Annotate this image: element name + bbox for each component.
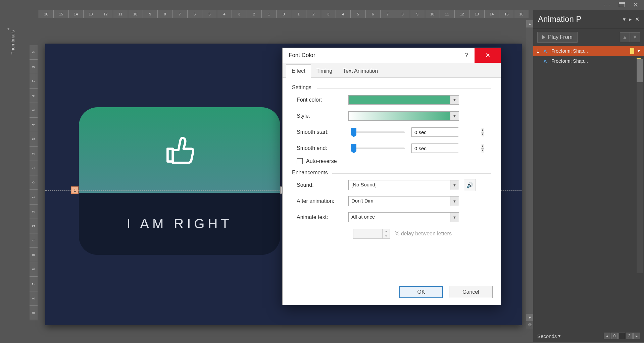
ruler-tick: 13 xyxy=(469,10,484,18)
play-from-button[interactable]: Play From xyxy=(537,32,578,43)
ruler-tick: 9 xyxy=(30,45,38,60)
editor-vertical-scrollbar[interactable]: ▲ ▼ ⯐ xyxy=(526,20,534,329)
play-icon xyxy=(542,35,545,39)
chevron-down-icon[interactable]: ▼ xyxy=(450,180,459,190)
delay-spinner: ▲▼ xyxy=(353,229,390,239)
smooth-end-spinner[interactable]: ▲▼ xyxy=(411,144,458,153)
sound-value: [No Sound] xyxy=(349,180,450,190)
font-color-combo[interactable]: ▼ xyxy=(348,95,459,105)
scroll-up-icon[interactable]: ▲ xyxy=(526,20,534,27)
scroll-split-icon[interactable]: ⯐ xyxy=(526,321,534,329)
smooth-start-label: Smooth start: xyxy=(292,129,348,135)
ruler-tick: 16 xyxy=(39,10,53,18)
style-gradient-swatch xyxy=(349,112,450,120)
timeline-value-0: 0 xyxy=(611,333,618,339)
ribbon-options-icon[interactable]: ··· xyxy=(604,1,611,8)
chevron-down-icon[interactable]: ▼ xyxy=(637,49,641,53)
spin-up-icon[interactable]: ▲ xyxy=(481,128,484,132)
pane-close-icon[interactable]: ✕ xyxy=(635,16,639,22)
ruler-tick: 9 xyxy=(410,10,425,18)
animation-list-item[interactable]: Freeform: Shap... xyxy=(533,56,644,66)
close-window-icon[interactable]: ✕ xyxy=(633,1,639,9)
ruler-tick: 12 xyxy=(98,10,113,18)
smooth-end-label: Smooth end: xyxy=(292,145,348,151)
anim-item-label: Freeform: Shap... xyxy=(551,58,634,64)
spin-down-icon[interactable]: ▼ xyxy=(481,132,484,137)
sound-label: Sound: xyxy=(292,182,348,188)
style-combo[interactable]: ▼ xyxy=(348,111,459,121)
cancel-button[interactable]: Cancel xyxy=(449,286,493,298)
animation-pane: Animation P ▾ ▸ ✕ Play From ▲ ▼ 1Freefor… xyxy=(533,10,644,342)
ruler-tick: 14 xyxy=(484,10,499,18)
ruler-tick: 5 xyxy=(350,10,365,18)
smooth-start-spinner[interactable]: ▲▼ xyxy=(411,127,458,137)
tab-effect[interactable]: Effect xyxy=(286,64,311,78)
move-up-button[interactable]: ▲ xyxy=(620,32,630,42)
timeline-next-button[interactable]: ▸ xyxy=(633,333,640,339)
pane-options-icon[interactable]: ▾ xyxy=(623,16,626,22)
ribbon-display-icon[interactable] xyxy=(619,2,625,7)
timeline-prev-button[interactable]: ◂ xyxy=(604,333,610,339)
tab-text-animation[interactable]: Text Animation xyxy=(338,65,383,77)
smooth-start-slider[interactable] xyxy=(351,131,405,133)
dialog-help-button[interactable]: ? xyxy=(458,48,475,63)
animate-text-value: All at once xyxy=(349,213,450,222)
chevron-down-icon[interactable]: ▼ xyxy=(450,112,459,120)
tab-timing[interactable]: Timing xyxy=(311,65,338,77)
ruler-tick: 7 xyxy=(30,277,38,291)
ruler-tick: 8 xyxy=(395,10,410,18)
smooth-start-input[interactable] xyxy=(412,128,481,136)
ruler-tick: 6 xyxy=(187,10,202,18)
animation-tag-left[interactable]: 1 xyxy=(71,186,79,194)
spin-up-icon[interactable]: ▲ xyxy=(481,144,484,149)
ruler-tick: 8 xyxy=(30,60,38,74)
sound-preview-button[interactable]: 🔊 xyxy=(464,179,476,191)
animation-list-item[interactable]: 1Freeform: Shap...▼ xyxy=(533,46,644,56)
ok-button[interactable]: OK xyxy=(399,286,443,298)
move-down-button[interactable]: ▼ xyxy=(630,32,640,42)
enhancements-group-label: Enhancements xyxy=(292,169,491,177)
chevron-down-icon[interactable]: ▼ xyxy=(450,196,459,206)
ruler-tick: 5 xyxy=(202,10,217,18)
ruler-tick: 0 xyxy=(30,175,38,190)
ruler-tick: 9 xyxy=(143,10,157,18)
timeline-seconds-label[interactable]: Seconds▾ xyxy=(537,333,561,339)
ruler-tick: 6 xyxy=(365,10,380,18)
font-color-swatch xyxy=(349,96,450,104)
ruler-tick: 9 xyxy=(30,306,38,320)
ruler-tick: 0 xyxy=(276,10,291,18)
after-animation-value: Don't Dim xyxy=(349,196,450,206)
thumbnails-sidebar[interactable]: ▸ Thumbnails xyxy=(0,10,17,342)
spin-down-icon: ▼ xyxy=(383,234,390,239)
chevron-down-icon[interactable]: ▼ xyxy=(450,96,459,104)
ruler-tick: 12 xyxy=(454,10,469,18)
sound-combo[interactable]: [No Sound] ▼ xyxy=(348,180,459,190)
scroll-down-icon[interactable]: ▼ xyxy=(526,314,534,321)
ruler-tick: 1 xyxy=(261,10,276,18)
ruler-tick: 6 xyxy=(30,89,38,103)
auto-reverse-checkbox[interactable] xyxy=(297,158,303,164)
animate-text-combo[interactable]: All at once ▼ xyxy=(348,212,459,222)
ruler-tick: 3 xyxy=(30,219,38,233)
ruler-tick: 10 xyxy=(128,10,143,18)
ruler-tick: 1 xyxy=(30,190,38,205)
shape-text: I AM RIGHT xyxy=(127,216,233,231)
chevron-down-icon[interactable]: ▼ xyxy=(450,213,459,222)
after-animation-combo[interactable]: Don't Dim ▼ xyxy=(348,196,459,206)
speaker-icon: 🔊 xyxy=(466,182,473,188)
freeform-shape[interactable]: I AM RIGHT xyxy=(79,107,280,255)
smooth-end-slider[interactable] xyxy=(351,147,405,150)
smooth-end-input[interactable] xyxy=(412,144,481,153)
thumbs-up-icon xyxy=(164,133,196,167)
settings-group-label: Settings xyxy=(292,84,491,92)
dialog-close-button[interactable]: ✕ xyxy=(475,48,501,63)
spin-down-icon[interactable]: ▼ xyxy=(481,149,484,153)
ruler-tick: 4 xyxy=(30,233,38,248)
ruler-tick: 10 xyxy=(425,10,440,18)
ruler-tick: 7 xyxy=(30,74,38,89)
ruler-tick: 2 xyxy=(306,10,321,18)
ruler-tick: 1 xyxy=(291,10,306,18)
animation-pane-title: Animation P xyxy=(538,14,581,24)
pane-pin-icon[interactable]: ▸ xyxy=(629,16,632,22)
anim-pane-scrollbar[interactable] xyxy=(637,59,643,273)
